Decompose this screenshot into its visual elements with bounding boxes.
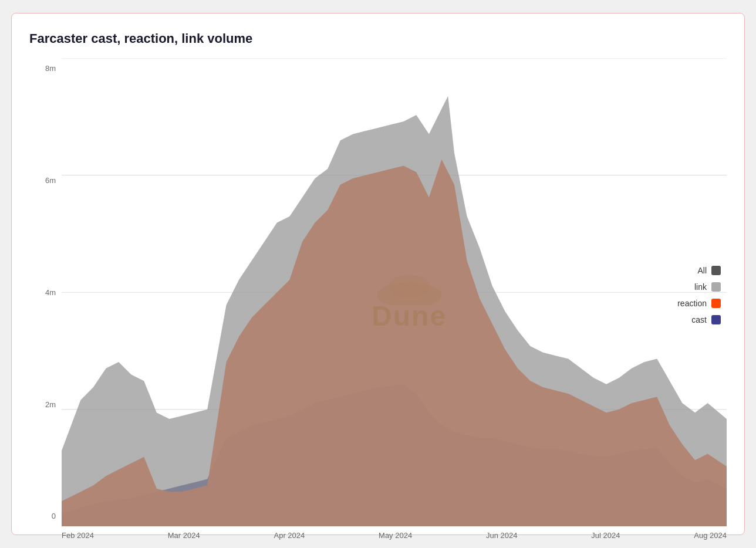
legend-label-all: All: [697, 266, 707, 275]
legend-dot-cast: [711, 315, 721, 324]
y-label-4m: 4m: [45, 288, 56, 297]
chart-body: 8m 6m 4m 2m 0: [29, 58, 727, 544]
legend-label-cast: cast: [691, 315, 707, 324]
chart-legend: All link reaction cast: [677, 266, 721, 324]
y-axis: 8m 6m 4m 2m 0: [29, 58, 62, 544]
y-label-6m: 6m: [45, 176, 56, 185]
legend-item-link: link: [677, 282, 721, 292]
legend-label-reaction: reaction: [677, 299, 707, 308]
legend-item-cast: cast: [677, 315, 721, 324]
x-label-may: May 2024: [379, 531, 412, 544]
legend-label-link: link: [694, 282, 707, 292]
chart-container: Farcaster cast, reaction, link volume 8m…: [11, 13, 745, 535]
x-label-aug: Aug 2024: [694, 531, 727, 544]
y-label-2m: 2m: [45, 400, 56, 409]
area-chart: [62, 58, 727, 526]
x-axis: Feb 2024 Mar 2024 Apr 2024 May 2024 Jun …: [62, 526, 727, 544]
legend-dot-reaction: [711, 299, 721, 308]
y-label-0: 0: [52, 512, 56, 520]
legend-dot-all: [711, 266, 721, 275]
legend-dot-link: [711, 282, 721, 292]
x-label-jun: Jun 2024: [486, 531, 518, 544]
x-label-feb: Feb 2024: [62, 531, 94, 544]
legend-item-reaction: reaction: [677, 299, 721, 308]
y-label-8m: 8m: [45, 64, 56, 73]
x-label-apr: Apr 2024: [274, 531, 305, 544]
chart-area: Dune Feb 2024 Mar 2024 Apr 2024 May 2024…: [62, 58, 727, 544]
chart-title: Farcaster cast, reaction, link volume: [29, 31, 727, 46]
x-label-mar: Mar 2024: [168, 531, 200, 544]
legend-item-all: All: [677, 266, 721, 275]
x-label-jul: Jul 2024: [591, 531, 620, 544]
